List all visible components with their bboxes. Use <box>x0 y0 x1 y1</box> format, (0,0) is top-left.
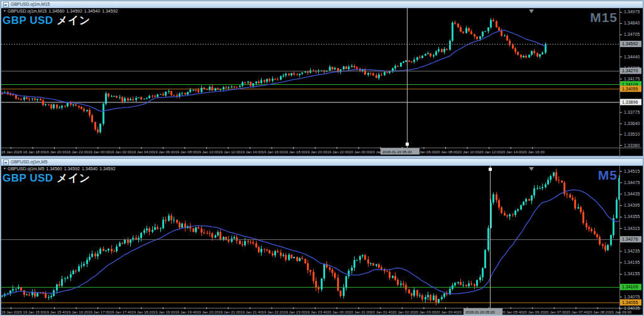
window-titlebar[interactable]: GBPUSD.oj1m,M15 <box>1 1 643 8</box>
svg-text:1.33640: 1.33640 <box>624 121 640 126</box>
svg-text:1.34515: 1.34515 <box>624 169 640 173</box>
svg-text:20 Jan 07:00: 20 Jan 07:00 <box>545 310 567 314</box>
candlestick-chart-m5[interactable]: 1.345151.344751.344351.343951.343551.343… <box>1 166 641 316</box>
symbol-label: GBP USD メイン <box>3 13 91 28</box>
svg-text:20 Jan 08:00: 20 Jan 08:00 <box>436 150 458 154</box>
chart-area[interactable]: 1.345151.344751.344351.343951.343551.343… <box>1 166 643 315</box>
symbol-suffix: メイン <box>57 14 91 26</box>
svg-text:20 Jan 01:40: 20 Jan 01:40 <box>370 310 392 314</box>
svg-text:1.34035: 1.34035 <box>624 306 640 310</box>
svg-text:20 Jan 01:00: 20 Jan 01:00 <box>349 310 371 314</box>
svg-text:1.34315: 1.34315 <box>624 226 640 231</box>
svg-text:16 Jan 18:00: 16 Jan 18:00 <box>23 150 45 154</box>
window-title: GBPUSD.oj1m,M15 <box>11 1 50 8</box>
svg-text:19 Jan 23:00: 19 Jan 23:00 <box>284 310 306 314</box>
timeframe-watermark: M5 <box>598 168 618 183</box>
info-open: 1.34560 <box>46 166 62 171</box>
info-symbol: GBPUSD.oj1m,M5 <box>8 166 44 171</box>
chart-shift-marker-icon[interactable] <box>529 167 534 171</box>
info-close: 1.34592 <box>99 166 115 171</box>
moving-average-line[interactable] <box>3 190 619 296</box>
dropdown-arrow-icon[interactable]: ▼ <box>3 9 6 13</box>
svg-text:20 Jan 08:20: 20 Jan 08:20 <box>588 310 610 314</box>
window-titlebar[interactable]: GBPUSD.oj1m,M5 <box>1 159 643 166</box>
ohlc-info-line: ▼GBPUSD.oj1m,M151.345601.345921.345401.3… <box>3 9 119 13</box>
chart-area[interactable]: 1.349751.348401.347051.345701.344401.343… <box>1 8 643 156</box>
info-low: 1.34540 <box>82 166 97 171</box>
crosshair-price-tag-text: 1.34276 <box>622 237 638 241</box>
chart-window-m5: GBPUSD.oj1m,M5 1.345151.344751.344351.34… <box>1 158 643 316</box>
candlestick-chart-m15[interactable]: 1.349751.348401.347051.345701.344401.343… <box>1 8 641 157</box>
symbol-name: GBP USD <box>3 172 53 184</box>
svg-text:19 Jan 22:20: 19 Jan 22:20 <box>262 310 284 314</box>
svg-text:1.34475: 1.34475 <box>624 180 640 185</box>
svg-text:1.34435: 1.34435 <box>624 192 640 196</box>
svg-text:1.33775: 1.33775 <box>624 110 640 114</box>
svg-text:19 Jan 15:40: 19 Jan 15:40 <box>45 310 67 314</box>
level-price-tag-text: 1.34055 <box>622 87 638 91</box>
svg-text:19 Jan 16:00: 19 Jan 16:00 <box>262 150 284 154</box>
svg-text:19 Jan 17:00: 19 Jan 17:00 <box>88 310 110 314</box>
plot-area <box>1 8 619 148</box>
svg-text:20 Jan 03:40: 20 Jan 03:40 <box>436 310 458 314</box>
svg-text:20 Jan 14:00: 20 Jan 14:00 <box>501 150 523 154</box>
moving-average-line[interactable] <box>3 30 546 111</box>
svg-text:19 Jan 23:40: 19 Jan 23:40 <box>306 310 328 314</box>
crosshair-price-tag-text: 1.34270 <box>622 68 638 73</box>
line-drag-handle[interactable] <box>406 143 409 146</box>
plot-area <box>1 166 620 308</box>
info-high: 1.34592 <box>67 9 82 13</box>
svg-text:19 Jan 19:00: 19 Jan 19:00 <box>153 310 175 314</box>
crosshair-time-tag-text: 2026.01.20 05:20 <box>382 150 412 154</box>
symbol-name: GBP USD <box>3 14 53 26</box>
svg-text:1.34395: 1.34395 <box>624 203 640 207</box>
candles <box>1 169 620 305</box>
svg-text:19 Jan 15:00: 19 Jan 15:00 <box>23 310 45 314</box>
line-drag-handle[interactable] <box>489 168 492 171</box>
svg-text:20 Jan 16:00: 20 Jan 16:00 <box>523 150 545 154</box>
svg-text:19 Jan 20:00: 19 Jan 20:00 <box>306 150 328 154</box>
svg-text:1.34975: 1.34975 <box>624 9 640 14</box>
svg-text:1.34705: 1.34705 <box>624 32 640 36</box>
info-open: 1.34560 <box>48 9 64 13</box>
svg-text:20 Jan 09:00: 20 Jan 09:00 <box>609 310 631 314</box>
svg-text:1.33510: 1.33510 <box>624 132 640 136</box>
svg-text:19 Jan 02:00: 19 Jan 02:00 <box>110 150 132 154</box>
ohlc-info-line: ▼GBPUSD.oj1m,M51.345601.345921.345401.34… <box>3 166 118 171</box>
bid-price-tag-text: 1.34592 <box>622 41 638 46</box>
symbol-label: GBP USD メイン <box>3 171 91 185</box>
svg-text:19 Jan 20:20: 19 Jan 20:20 <box>197 310 219 314</box>
svg-text:20 Jan 05:40: 20 Jan 05:40 <box>501 310 523 314</box>
svg-text:19 Jan 19:40: 19 Jan 19:40 <box>175 310 197 314</box>
svg-text:19 Jan 2026: 19 Jan 2026 <box>1 310 23 314</box>
svg-text:20 Jan 03:00: 20 Jan 03:00 <box>414 310 436 314</box>
svg-text:1.34355: 1.34355 <box>624 214 640 219</box>
svg-text:20 Jan 00:00: 20 Jan 00:00 <box>349 150 371 154</box>
svg-text:16 Jan 20:00: 16 Jan 20:00 <box>45 150 67 154</box>
price-axis[interactable]: 1.349751.348401.347051.345701.344401.343… <box>620 9 640 147</box>
svg-text:20 Jan 10:00: 20 Jan 10:00 <box>458 150 480 154</box>
svg-text:19 Jan 12:00: 19 Jan 12:00 <box>219 150 241 154</box>
dropdown-arrow-icon[interactable]: ▼ <box>3 166 6 170</box>
chart-window-m15: GBPUSD.oj1m,M15 1.349751.348401.347051.3… <box>1 1 643 156</box>
svg-text:19 Jan 17:40: 19 Jan 17:40 <box>110 310 132 314</box>
svg-text:16 Jan 2026: 16 Jan 2026 <box>1 150 23 154</box>
level-price-tag-text: 1.33896 <box>622 100 638 104</box>
info-low: 1.34540 <box>84 9 100 13</box>
svg-text:19 Jan 06:00: 19 Jan 06:00 <box>153 150 175 154</box>
svg-text:1.34175: 1.34175 <box>624 77 640 81</box>
trading-terminal-workspace: { "colors": { "up_candle": "#1ed5c3", "d… <box>0 0 644 316</box>
svg-text:19 Jan 18:00: 19 Jan 18:00 <box>284 150 306 154</box>
symbol-suffix: メイン <box>57 172 91 184</box>
svg-text:16 Jan 22:00: 16 Jan 22:00 <box>67 150 89 154</box>
svg-text:19 Jan 14:00: 19 Jan 14:00 <box>240 150 262 154</box>
svg-text:19 Jan 08:00: 19 Jan 08:00 <box>175 150 197 154</box>
svg-text:20 Jan 00:20: 20 Jan 00:20 <box>327 310 349 314</box>
crosshair-time-tag-text: 2026.01.20 05:20 <box>465 310 495 314</box>
svg-text:19 Jan 16:20: 19 Jan 16:20 <box>67 310 89 314</box>
chart-shift-marker-icon[interactable] <box>529 9 534 13</box>
level-price-tag-text: 1.34109 <box>622 285 638 289</box>
svg-text:1.34075: 1.34075 <box>624 295 640 299</box>
level-price-tag-text: 1.34055 <box>622 300 638 305</box>
chart-window-icon <box>3 2 9 8</box>
